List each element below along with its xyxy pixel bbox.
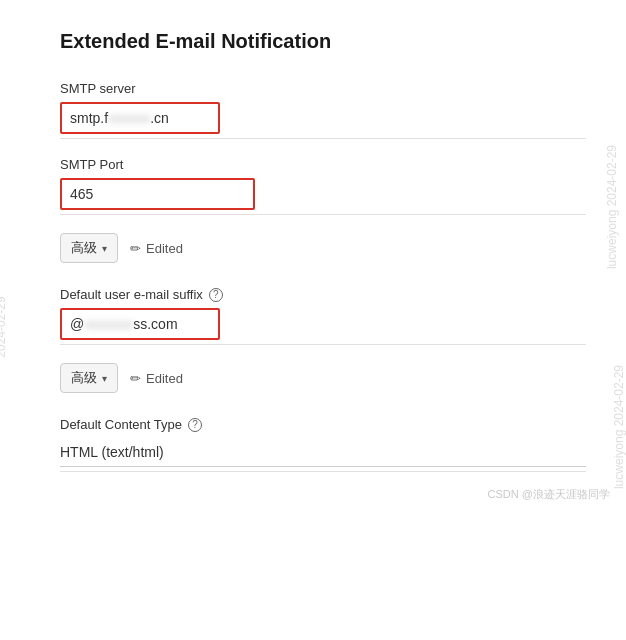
email-suffix-label: Default user e-mail suffix ? — [60, 287, 586, 302]
smtp-blurred: xxxxxx — [108, 110, 150, 126]
page-title: Extended E-mail Notification — [60, 30, 586, 53]
advanced-button-2-label: 高级 — [71, 369, 97, 387]
smtp-port-input[interactable] — [60, 178, 255, 210]
advanced-row-1: 高级 ▾ ✏ Edited — [60, 233, 586, 263]
advanced-button-1[interactable]: 高级 ▾ — [60, 233, 118, 263]
email-suffix-text: ss.com — [133, 316, 177, 332]
smtp-server-input-wrapper: smtp.f xxxxxx .cn — [60, 102, 220, 134]
edited-status-1: ✏ Edited — [130, 241, 183, 256]
email-suffix-group: Default user e-mail suffix ? @ xxxxxxx s… — [60, 287, 586, 345]
advanced-row-2: 高级 ▾ ✏ Edited — [60, 363, 586, 393]
content-type-input[interactable] — [60, 438, 586, 467]
smtp-server-label: SMTP server — [60, 81, 586, 96]
smtp-port-divider — [60, 214, 586, 215]
chevron-down-icon-2: ▾ — [102, 373, 107, 384]
content-type-label: Default Content Type ? — [60, 417, 586, 432]
watermark-right1: lucweiyong 2024-02-29 — [605, 145, 619, 269]
email-suffix-input-wrapper: @ xxxxxxx ss.com — [60, 308, 220, 340]
content-type-input-wrapper — [60, 438, 586, 467]
email-suffix-divider — [60, 344, 586, 345]
chevron-down-icon-1: ▾ — [102, 243, 107, 254]
smtp-port-input-wrapper — [60, 178, 255, 210]
bottom-credit: CSDN @浪迹天涯骆同学 — [488, 487, 610, 502]
smtp-server-divider — [60, 138, 586, 139]
edited-label-1: Edited — [146, 241, 183, 256]
watermark-right2: lucweiyong 2024-02-29 — [612, 365, 626, 489]
content-type-help-icon[interactable]: ? — [188, 418, 202, 432]
smtp-port-group: SMTP Port — [60, 157, 586, 215]
advanced-button-2[interactable]: 高级 ▾ — [60, 363, 118, 393]
pencil-icon-1: ✏ — [130, 241, 141, 256]
advanced-button-1-label: 高级 — [71, 239, 97, 257]
content-type-divider — [60, 471, 586, 472]
smtp-suffix: .cn — [150, 110, 169, 126]
email-prefix: @ — [70, 316, 84, 332]
smtp-port-label: SMTP Port — [60, 157, 586, 172]
edited-label-2: Edited — [146, 371, 183, 386]
edited-status-2: ✏ Edited — [130, 371, 183, 386]
watermark-left: 2024-02-29 — [0, 296, 8, 357]
smtp-server-group: SMTP server smtp.f xxxxxx .cn — [60, 81, 586, 139]
email-blurred: xxxxxxx — [84, 316, 133, 332]
smtp-prefix: smtp.f — [70, 110, 108, 126]
pencil-icon-2: ✏ — [130, 371, 141, 386]
email-suffix-help-icon[interactable]: ? — [209, 288, 223, 302]
content-type-group: Default Content Type ? — [60, 417, 586, 472]
